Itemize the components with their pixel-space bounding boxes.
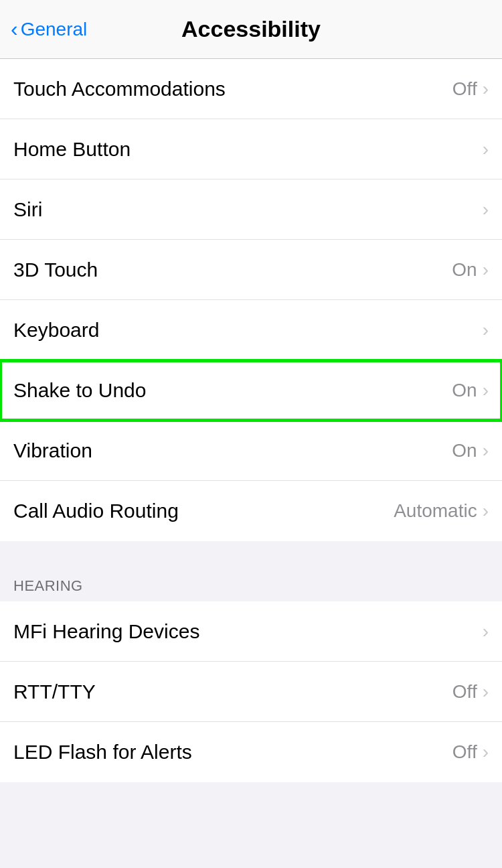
list-item-siri[interactable]: Siri › [0,179,502,240]
list-item-touch-accommodations[interactable]: Touch Accommodations Off › [0,59,502,119]
list-item-home-button[interactable]: Home Button › [0,119,502,179]
chevron-icon: › [483,681,489,703]
item-label: Shake to Undo [13,379,146,402]
chevron-icon: › [483,259,489,281]
chevron-icon: › [483,319,489,341]
item-value: Automatic [394,500,477,522]
hearing-section-header: HEARING [0,568,502,601]
item-label: Keyboard [13,319,99,342]
item-value: Off [452,681,477,703]
item-value: On [452,259,477,281]
list-item-vibration[interactable]: Vibration On › [0,421,502,481]
section-separator [0,541,502,568]
chevron-icon: › [483,621,489,642]
hearing-list-section: MFi Hearing Devices › RTT/TTY Off › LED … [0,601,502,782]
nav-bar: ‹ General Accessibility [0,0,502,59]
chevron-icon: › [483,139,489,160]
item-label: Vibration [13,439,92,462]
item-value: Off [452,78,477,100]
item-value: Off [452,741,477,763]
item-label: Siri [13,198,42,221]
list-item-call-audio-routing[interactable]: Call Audio Routing Automatic › [0,481,502,541]
chevron-icon: › [483,78,489,100]
back-button[interactable]: ‹ General [11,17,87,42]
item-label: 3D Touch [13,259,98,281]
item-label: Touch Accommodations [13,78,226,100]
list-item-keyboard[interactable]: Keyboard › [0,300,502,360]
back-label: General [21,19,88,40]
page-title: Accessibility [181,16,321,42]
list-item-shake-to-undo[interactable]: Shake to Undo On › [0,360,502,421]
chevron-icon: › [483,199,489,220]
item-value: On [452,380,477,401]
item-label: Home Button [13,138,131,161]
back-chevron-icon: ‹ [11,17,18,42]
list-item-mfi-hearing-devices[interactable]: MFi Hearing Devices › [0,601,502,662]
list-item-3d-touch[interactable]: 3D Touch On › [0,240,502,300]
list-item-rtt-tty[interactable]: RTT/TTY Off › [0,662,502,722]
item-value: On [452,440,477,461]
chevron-icon: › [483,380,489,401]
chevron-icon: › [483,440,489,461]
item-label: Call Audio Routing [13,500,179,522]
chevron-icon: › [483,741,489,763]
item-label: MFi Hearing Devices [13,620,199,643]
chevron-icon: › [483,500,489,522]
list-item-led-flash-for-alerts[interactable]: LED Flash for Alerts Off › [0,722,502,782]
item-label: RTT/TTY [13,680,96,703]
item-label: LED Flash for Alerts [13,741,192,764]
hearing-header-text: HEARING [13,577,83,594]
main-list-section: Touch Accommodations Off › Home Button ›… [0,59,502,541]
